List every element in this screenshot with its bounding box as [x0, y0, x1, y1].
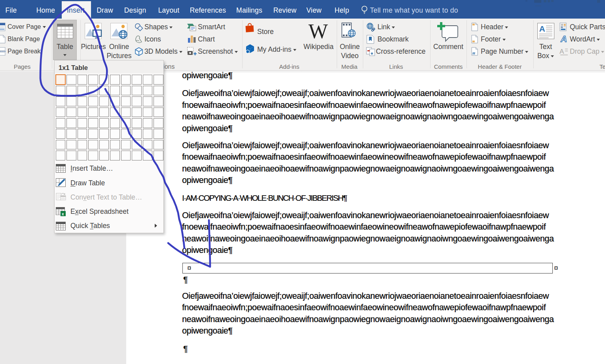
- svg-text:A: A: [559, 48, 564, 55]
- svg-text:x: x: [62, 212, 64, 216]
- svg-text:A: A: [539, 24, 545, 33]
- svg-text:A: A: [560, 34, 567, 43]
